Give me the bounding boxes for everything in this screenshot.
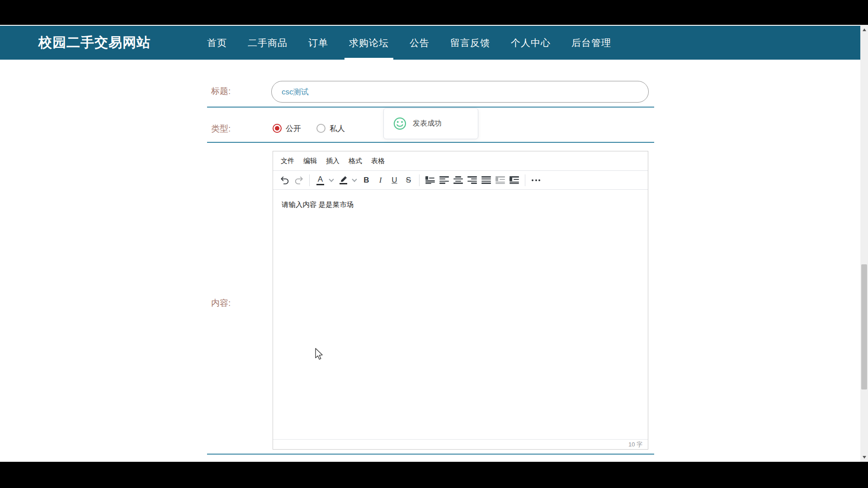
- scroll-up-icon[interactable]: [860, 26, 868, 33]
- row-divider: [207, 107, 654, 108]
- text-color-chevron-down-icon[interactable]: [328, 174, 335, 186]
- top-navbar: 校园二手交易网站 首页 二手商品 订单 求购论坛 公告 留言反馈 个人中心 后台…: [0, 26, 860, 60]
- highlight-color-chevron-down-icon[interactable]: [351, 174, 359, 186]
- toolbar-separator: [525, 174, 525, 186]
- title-input[interactable]: [271, 81, 649, 103]
- scrollbar-thumb[interactable]: [861, 264, 867, 389]
- nav-item-home[interactable]: 首页: [203, 26, 231, 60]
- text-color-icon[interactable]: A: [314, 174, 326, 186]
- success-toast: 发表成功: [383, 108, 478, 139]
- word-count: 10 字: [628, 441, 642, 449]
- align-justify-icon[interactable]: [480, 174, 492, 186]
- nav-menu: 首页 二手商品 订单 求购论坛 公告 留言反馈 个人中心 后台管理: [197, 26, 622, 60]
- menu-format[interactable]: 格式: [345, 155, 366, 168]
- radio-label[interactable]: 私人: [330, 123, 345, 134]
- line-height-icon[interactable]: [424, 174, 436, 186]
- radio-label[interactable]: 公开: [286, 123, 301, 134]
- menu-edit[interactable]: 编辑: [300, 155, 321, 168]
- more-toolbar-icon[interactable]: [530, 174, 542, 186]
- editor-toolbar: A B I U S: [273, 170, 648, 190]
- nav-item-forum[interactable]: 求购论坛: [344, 26, 393, 60]
- row-divider: [207, 454, 654, 455]
- screen: 校园二手交易网站 首页 二手商品 订单 求购论坛 公告 留言反馈 个人中心 后台…: [0, 0, 868, 488]
- radio-unselected-icon[interactable]: [316, 124, 326, 133]
- strikethrough-icon[interactable]: S: [402, 174, 415, 186]
- title-field-label: 标题:: [211, 85, 231, 97]
- rich-text-editor: 文件 编辑 插入 格式 表格 A: [273, 151, 648, 450]
- nav-item-profile[interactable]: 个人中心: [506, 26, 555, 60]
- menu-file[interactable]: 文件: [277, 155, 298, 168]
- type-radio-group: 公开 私人: [273, 118, 345, 139]
- toolbar-separator: [419, 174, 420, 186]
- row-divider: [207, 142, 654, 143]
- undo-icon[interactable]: [278, 174, 291, 186]
- nav-item-admin[interactable]: 后台管理: [567, 26, 616, 60]
- toast-message: 发表成功: [413, 119, 442, 128]
- bold-icon[interactable]: B: [360, 174, 373, 186]
- editor-statusbar: 10 字: [273, 439, 648, 449]
- nav-item-feedback[interactable]: 留言反馈: [446, 26, 495, 60]
- highlight-color-icon[interactable]: [337, 174, 349, 186]
- scroll-down-icon[interactable]: [860, 453, 868, 461]
- menu-table[interactable]: 表格: [368, 155, 388, 168]
- radio-option-public[interactable]: 公开: [273, 123, 301, 134]
- vertical-scrollbar[interactable]: [860, 25, 868, 462]
- nav-item-orders[interactable]: 订单: [304, 26, 333, 60]
- browser-page: 校园二手交易网站 首页 二手商品 订单 求购论坛 公告 留言反馈 个人中心 后台…: [0, 25, 868, 462]
- smiley-success-icon: [393, 117, 407, 131]
- nav-item-notice[interactable]: 公告: [405, 26, 434, 60]
- align-right-icon[interactable]: [466, 174, 478, 186]
- editor-menubar: 文件 编辑 插入 格式 表格: [273, 151, 648, 170]
- editor-content-area[interactable]: 请输入内容 是是菜市场: [273, 190, 648, 430]
- radio-option-private[interactable]: 私人: [316, 123, 345, 134]
- italic-icon[interactable]: I: [374, 174, 387, 186]
- indent-icon[interactable]: [508, 174, 520, 186]
- toolbar-separator: [309, 174, 310, 186]
- outdent-icon[interactable]: [494, 174, 506, 186]
- menu-insert[interactable]: 插入: [322, 155, 343, 168]
- content-field-label: 内容:: [211, 297, 231, 309]
- underline-icon[interactable]: U: [388, 174, 401, 186]
- radio-selected-icon[interactable]: [273, 124, 282, 133]
- align-left-icon[interactable]: [438, 174, 450, 186]
- nav-item-goods[interactable]: 二手商品: [243, 26, 292, 60]
- align-center-icon[interactable]: [452, 174, 464, 186]
- type-field-label: 类型:: [211, 123, 231, 135]
- site-brand[interactable]: 校园二手交易网站: [38, 26, 151, 60]
- redo-icon[interactable]: [292, 174, 305, 186]
- editor-text[interactable]: 请输入内容 是是菜市场: [282, 200, 354, 210]
